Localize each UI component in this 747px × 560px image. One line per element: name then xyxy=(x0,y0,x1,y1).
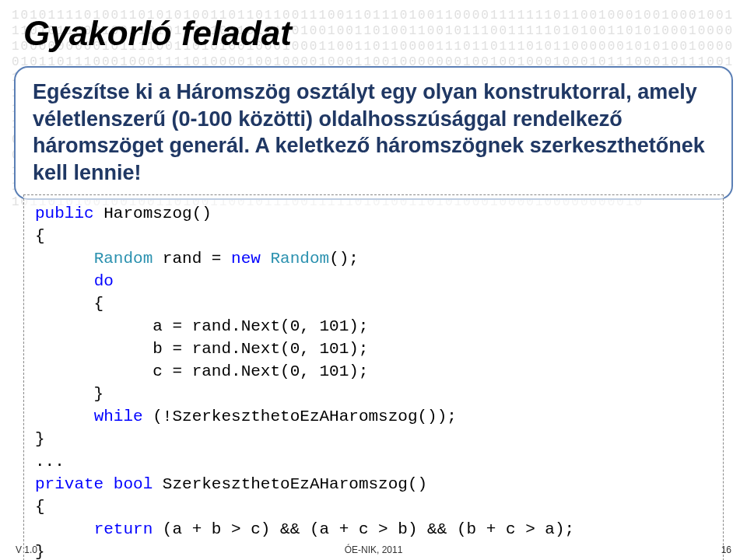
keyword-public: public xyxy=(35,205,94,222)
code-text: b = rand.Next(0, 101); xyxy=(35,340,368,358)
instruction-text: Egészítse ki a Háromszög osztályt egy ol… xyxy=(33,79,714,186)
type-random: Random xyxy=(271,250,330,268)
code-text: (a + b > c) && (a + c > b) && (b + c > a… xyxy=(153,520,574,538)
code-text xyxy=(35,408,94,425)
code-text: c = rand.Next(0, 101); xyxy=(35,362,368,380)
code-text: SzerkeszthetoEzAHaromszog() xyxy=(153,475,427,493)
code-text xyxy=(261,250,271,268)
code-text: { xyxy=(35,498,45,516)
keyword-bool: bool xyxy=(114,475,153,493)
keyword-private: private xyxy=(35,475,103,493)
code-text: (!SzerkeszthetoEzAHaromszog()); xyxy=(143,408,457,425)
version-label: V 1.0 xyxy=(16,544,37,555)
code-block: public Haromszog() { Random rand = new R… xyxy=(23,194,724,560)
code-text: rand = xyxy=(153,250,231,268)
code-text xyxy=(35,520,94,538)
keyword-do: do xyxy=(94,272,114,290)
code-text xyxy=(103,475,114,493)
code-text: } xyxy=(35,385,103,403)
code-text xyxy=(35,272,94,290)
code-text: a = rand.Next(0, 101); xyxy=(35,317,368,335)
instruction-box: Egészítse ki a Háromszög osztályt egy ol… xyxy=(14,66,733,200)
type-random: Random xyxy=(94,250,153,268)
code-text: Haromszog() xyxy=(94,205,212,222)
keyword-while: while xyxy=(94,408,143,425)
code-text: { xyxy=(35,295,103,313)
code-text: (); xyxy=(329,250,359,268)
code-text: { xyxy=(35,227,45,245)
keyword-return: return xyxy=(94,520,153,538)
slide-title: Gyakorló feladat xyxy=(23,14,292,53)
code-text xyxy=(35,250,94,268)
footer: V 1.0 ÓE-NIK, 2011 16 xyxy=(0,544,747,555)
footer-center: ÓE-NIK, 2011 xyxy=(345,544,403,555)
page-number: 16 xyxy=(721,544,731,555)
code-text: ... xyxy=(35,453,65,471)
keyword-new: new xyxy=(231,250,261,268)
code-text: } xyxy=(35,430,45,448)
